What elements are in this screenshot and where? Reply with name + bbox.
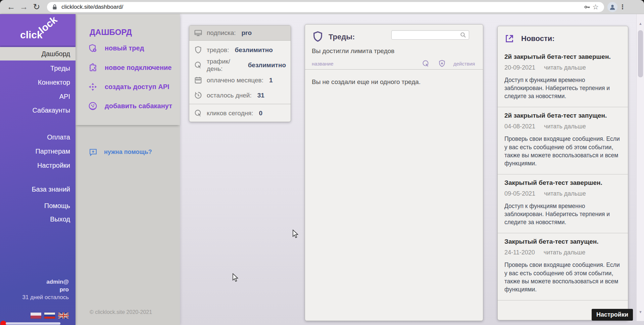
stat-value: безлимитно (235, 46, 273, 54)
sidebar-item-connector[interactable]: Коннектор (0, 76, 76, 89)
click-icon (422, 59, 430, 68)
scroll-up-icon[interactable]: ▲ (637, 22, 644, 26)
sidebar-item-dashboard[interactable]: Дашборд (0, 47, 76, 60)
news-item-date: 04-08-2021 (504, 123, 535, 130)
stat-label: оплачено месяцев: (207, 77, 263, 84)
scroll-down-icon[interactable]: ▼ (637, 310, 644, 314)
copyright-text: © clicklock.site 2020-2021 (90, 309, 152, 315)
news-item-body: Проверь свои входящие сообщения. Если у … (504, 135, 622, 167)
scrollbar-thumb[interactable] (638, 30, 643, 77)
stat-row-paid-months: оплачено месяцев: 1 (189, 73, 291, 88)
column-actions: действия (453, 61, 475, 67)
monitor-icon (194, 29, 202, 37)
shield-icon (194, 46, 202, 54)
news-item-date: 24-11-2020 (504, 249, 535, 256)
read-more-link[interactable]: читать дальше (544, 190, 586, 197)
language-switcher (31, 313, 69, 319)
browser-forward-button[interactable]: → (17, 2, 30, 12)
stats-header-label: подписка: (207, 29, 236, 37)
stat-row-clicks-today: кликов сегодня: 0 (189, 104, 291, 122)
page-scrollbar[interactable]: ▲ ▼ (636, 14, 644, 321)
user-face-icon (88, 101, 97, 111)
news-item: Закрытый бета-тест запущен. 24-11-2020 ч… (498, 233, 628, 300)
stat-row-days-left: осталось дней: 31 (189, 88, 291, 103)
bookmark-star-icon[interactable]: ☆ (592, 3, 599, 11)
add-subaccount-button[interactable]: добавить сабаканут (88, 101, 172, 111)
read-more-link[interactable]: читать дальше (544, 123, 586, 130)
click-icon (194, 109, 202, 117)
mouse-cursor-trail (232, 273, 240, 282)
external-link-icon (504, 34, 514, 44)
new-connection-label: новое подключение (105, 64, 171, 72)
sidebar-item-threads[interactable]: Треды (0, 62, 76, 75)
sidebar-item-partners[interactable]: Партнерам (0, 145, 76, 158)
flag-uk-icon[interactable] (58, 313, 69, 319)
threads-empty-message: Вы не создали еще ни одного треда. (312, 78, 420, 86)
read-more-link[interactable]: читать дальше (544, 64, 586, 71)
create-api-access-button[interactable]: создать доступ API (88, 82, 169, 91)
key-icon[interactable] (584, 3, 591, 11)
shield-plus-icon (88, 44, 97, 53)
main-content: подписка: pro тредов: безлимитно трафик/… (180, 14, 644, 325)
browser-back-button[interactable]: ← (5, 2, 17, 12)
news-header: Новости: (498, 26, 628, 48)
account-info: admin@ pro 31 дней осталось (22, 278, 69, 301)
sidebar-item-subaccounts[interactable]: Сабакаунты (0, 104, 76, 117)
browser-chrome: ← → ↻ clicklock.site/dashboard/ ☆ ⋮ (0, 0, 644, 14)
news-item-title: Закрытый бета-тест запущен. (504, 238, 622, 245)
stat-value: безлимитно (248, 62, 286, 69)
stat-value: 31 (257, 92, 264, 99)
stats-header-value: pro (242, 29, 252, 37)
threads-divider (305, 69, 483, 70)
address-bar[interactable]: clicklock.site/dashboard/ ☆ (47, 2, 604, 12)
threads-panel: Треды: Вы достигли лимита тредов названи… (305, 24, 483, 321)
account-plan: pro (22, 286, 69, 293)
search-icon (460, 32, 466, 38)
sidebar-item-knowledge-base[interactable]: База знаний (0, 182, 76, 196)
threads-table-header: название действия (305, 59, 483, 69)
news-panel: Новости: 2й закрытый бета-тест завершен.… (497, 26, 628, 320)
shield-star-icon (438, 59, 446, 68)
create-api-access-label: создать доступ API (105, 83, 169, 91)
add-subaccount-label: добавить сабаканут (105, 102, 172, 110)
read-more-link[interactable]: читать дальше (544, 249, 586, 256)
news-item: 2й закрытый бета-тест запущен. 04-08-202… (498, 107, 628, 174)
threads-search-input[interactable] (391, 30, 469, 40)
dashboard-menu-column: ДАШБОРД новый тред новое подключение соз… (76, 14, 180, 325)
news-item-body: Проверь свои входящие сообщения. Если у … (504, 261, 622, 293)
subscription-stats-card: подписка: pro тредов: безлимитно трафик/… (189, 25, 291, 122)
person-icon (609, 3, 616, 11)
click-icon (194, 61, 202, 69)
chat-plus-icon (89, 148, 97, 156)
account-days-left: 31 дней осталось (22, 293, 69, 301)
new-thread-label: новый тред (105, 44, 144, 52)
column-name: название (312, 61, 333, 67)
profile-button[interactable] (607, 2, 617, 12)
settings-tooltip[interactable]: Настройки (592, 309, 633, 321)
logo[interactable]: click lock (0, 14, 76, 46)
mouse-cursor (292, 230, 300, 239)
new-thread-button[interactable]: новый тред (88, 44, 144, 53)
flag-poland-icon[interactable] (31, 313, 41, 319)
stats-header-row: подписка: pro (189, 26, 291, 41)
new-connection-button[interactable]: новое подключение (88, 63, 171, 72)
threads-limit-message: Вы достигли лимита тредов (312, 47, 394, 55)
news-item-title: 2й закрытый бета-тест завершен. (504, 53, 622, 60)
browser-reload-button[interactable]: ↻ (30, 2, 43, 12)
url-text: clicklock.site/dashboard/ (61, 4, 584, 10)
browser-menu-icon[interactable]: ⋮ (617, 3, 628, 11)
shield-icon (312, 31, 324, 43)
stat-label: осталось дней: (207, 92, 252, 99)
account-email: admin@ (22, 278, 69, 286)
dashboard-title: ДАШБОРД (90, 28, 132, 37)
sidebar-item-api[interactable]: API (0, 90, 76, 103)
sidebar-item-payment[interactable]: Оплата (0, 130, 76, 144)
flag-russia-icon[interactable] (44, 313, 55, 319)
calendar-icon (194, 76, 202, 84)
news-item: Закрытый бета-тест завершен. 09-05-2021 … (498, 174, 628, 233)
need-help-link[interactable]: нужна помощь? (89, 148, 152, 156)
sidebar-item-help[interactable]: Помощь (0, 199, 76, 212)
news-item-date: 20-09-2021 (504, 64, 535, 71)
sidebar-item-logout[interactable]: Выход (0, 212, 76, 226)
sidebar-item-settings[interactable]: Настройки (0, 159, 76, 172)
